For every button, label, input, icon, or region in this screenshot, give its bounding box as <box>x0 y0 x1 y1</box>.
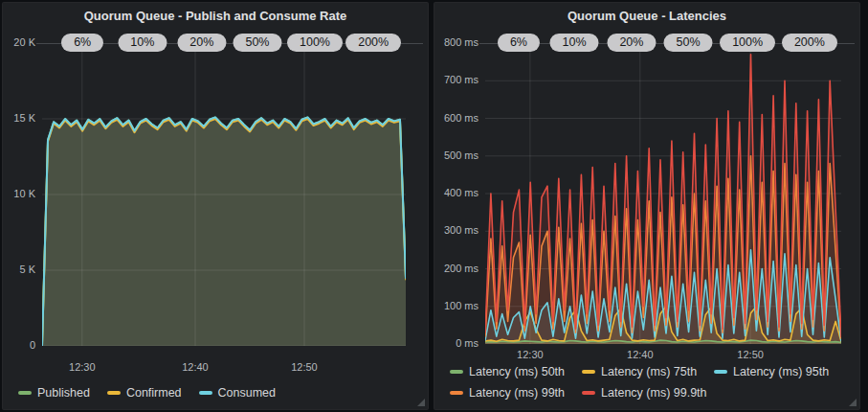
legend-label: Published <box>37 386 90 400</box>
resize-handle-icon[interactable] <box>849 399 857 406</box>
x-axis-label: 12:40 <box>627 349 654 360</box>
annotation-pill-6[interactable]: 6% <box>498 34 540 52</box>
y-axis-label: 0 <box>3 339 35 351</box>
legend-label: Latency (ms) 95th <box>733 365 829 378</box>
legend-item-latency-ms-95th[interactable]: Latency (ms) 95th <box>714 365 829 378</box>
legend-swatch-icon <box>199 391 212 395</box>
y-axis-label: 800 ms <box>434 36 479 48</box>
y-axis-label: 0 ms <box>434 337 479 349</box>
y-axis-label: 600 ms <box>434 112 479 124</box>
annotation-pill-100[interactable]: 100% <box>287 34 343 52</box>
legend-swatch-icon <box>582 370 595 374</box>
y-axis-label: 500 ms <box>434 149 479 161</box>
legend: PublishedConfirmedConsumed <box>18 386 428 400</box>
y-axis-label: 15 K <box>3 112 35 124</box>
y-axis-label: 400 ms <box>434 187 479 198</box>
legend-label: Latency (ms) 75th <box>601 365 697 378</box>
legend-label: Consumed <box>218 386 276 400</box>
plot-area[interactable] <box>485 43 841 344</box>
annotation-pill-20[interactable]: 20% <box>607 34 656 52</box>
y-axis-label: 200 ms <box>434 263 479 274</box>
panel-title[interactable]: Quorum Queue - Publish and Consume Rate <box>3 3 428 30</box>
y-axis-label: 700 ms <box>434 74 479 85</box>
annotation-pill-200[interactable]: 200% <box>345 34 401 52</box>
legend-label: Confirmed <box>126 386 182 400</box>
legend-swatch-icon <box>107 391 121 395</box>
legend-item-consumed[interactable]: Consumed <box>199 386 276 400</box>
annotation-pill-50[interactable]: 50% <box>664 34 713 52</box>
annotation-pill-10[interactable]: 10% <box>118 34 167 52</box>
legend-label: Latency (ms) 99th <box>469 386 565 400</box>
legend-swatch-icon <box>714 370 727 374</box>
resize-handle-icon[interactable] <box>417 399 425 406</box>
legend-swatch-icon <box>450 391 463 395</box>
plot-area[interactable] <box>42 43 406 346</box>
panel-publish-consume-rate: Quorum Queue - Publish and Consume Rate … <box>2 2 429 410</box>
x-axis-label: 12:50 <box>291 361 318 373</box>
y-axis-label: 300 ms <box>434 224 479 236</box>
legend-item-published[interactable]: Published <box>18 386 90 400</box>
y-axis-label: 10 K <box>3 188 35 199</box>
annotation-pill-10[interactable]: 10% <box>549 34 598 52</box>
series-area-published <box>42 117 406 346</box>
annotation-pill-200[interactable]: 200% <box>782 34 837 52</box>
panel-title[interactable]: Quorum Queue - Latencies <box>434 3 859 30</box>
x-axis-label: 12:40 <box>182 361 209 373</box>
dashboard-row: Quorum Queue - Publish and Consume Rate … <box>0 0 862 412</box>
annotation-pill-6[interactable]: 6% <box>61 34 103 52</box>
legend-item-confirmed[interactable]: Confirmed <box>107 386 182 400</box>
legend-item-latency-ms-99th[interactable]: Latency (ms) 99th <box>450 386 565 400</box>
legend-label: Latency (ms) 50th <box>469 365 565 378</box>
grafana-dashboard: { "window": { "background": "#0d0f12", "… <box>0 0 868 412</box>
annotation-pill-20[interactable]: 20% <box>177 34 226 52</box>
y-axis-label: 100 ms <box>434 300 479 311</box>
legend-swatch-icon <box>18 391 32 395</box>
x-axis-label: 12:30 <box>517 349 544 360</box>
y-axis-label: 5 K <box>3 263 35 275</box>
legend-swatch-icon <box>450 370 463 374</box>
panel-latencies: Quorum Queue - Latencies 6%10%20%50%100%… <box>434 2 860 410</box>
legend-label: Latency (ms) 99.9th <box>601 386 706 400</box>
legend-item-latency-ms-99-9th[interactable]: Latency (ms) 99.9th <box>582 386 706 400</box>
annotation-pill-100[interactable]: 100% <box>720 34 775 52</box>
legend-item-latency-ms-75th[interactable]: Latency (ms) 75th <box>582 365 697 378</box>
annotation-pill-50[interactable]: 50% <box>233 34 281 52</box>
y-axis-label: 20 K <box>3 36 35 48</box>
legend: Latency (ms) 50thLatency (ms) 75thLatenc… <box>450 365 859 400</box>
x-axis-label: 12:50 <box>737 349 764 360</box>
x-axis-label: 12:30 <box>69 361 96 373</box>
legend-item-latency-ms-50th[interactable]: Latency (ms) 50th <box>450 365 565 378</box>
legend-swatch-icon <box>582 391 595 395</box>
